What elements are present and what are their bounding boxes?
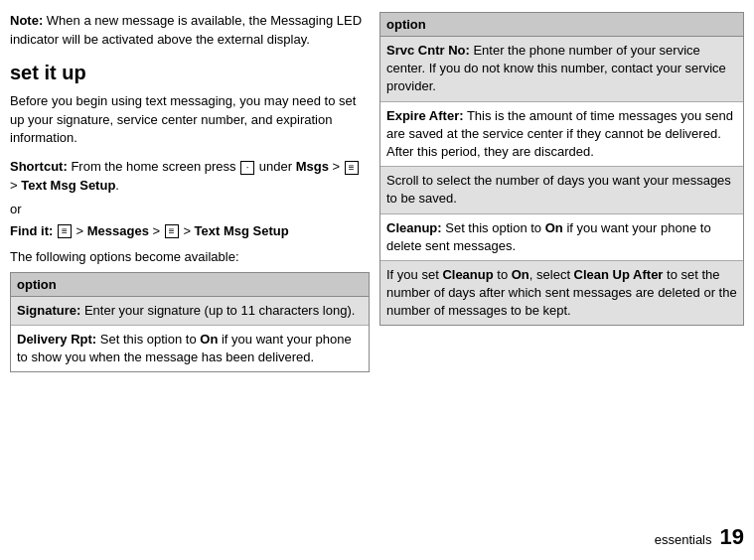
shortcut-text: From the home screen press <box>68 159 239 174</box>
msgs-label: Msgs <box>296 159 329 174</box>
note-bold-label: Note: <box>10 13 43 28</box>
table-row: Expire After: This is the amount of time… <box>380 102 743 168</box>
expire-after-label: Expire After: <box>386 108 464 123</box>
footer-label: essentials <box>655 532 712 547</box>
gt1: > <box>329 159 344 174</box>
shortcut-period: . <box>115 178 119 193</box>
right-option-table: option Srvc Cntr No: Enter the phone num… <box>379 12 744 326</box>
left-option-table: option Signature: Enter your signature (… <box>10 272 370 373</box>
findit-gt3: > <box>180 223 195 238</box>
scroll-text: Scroll to select the number of days you … <box>386 173 731 206</box>
findit-icon2: ≡ <box>165 224 179 238</box>
table-row: Scroll to select the number of days you … <box>380 167 743 213</box>
if-cleanup-text1: If you set <box>386 267 442 282</box>
findit-bold: Find it: <box>10 223 53 238</box>
findit-setup: Text Msg Setup <box>195 223 289 238</box>
before-text: Before you begin using text messaging, y… <box>10 92 370 149</box>
right-table-header: option <box>380 13 743 37</box>
table-row: Signature: Enter your signature (up to 1… <box>11 297 369 326</box>
menu-icon-box: ≡ <box>345 161 359 175</box>
if-cleanup-bold3: Clean Up After <box>574 267 664 282</box>
table-row: If you set Cleanup to On, select Clean U… <box>380 261 743 326</box>
left-table-header: option <box>11 273 369 297</box>
delivery-rpt-text: Set this option to <box>96 332 200 347</box>
note-section: Note: When a new message is available, t… <box>10 12 370 50</box>
findit-messages: Messages <box>87 223 149 238</box>
home-icon-box: · <box>240 161 254 175</box>
delivery-rpt-label: Delivery Rpt: <box>17 332 96 347</box>
findit-gt1: > <box>73 223 87 238</box>
if-cleanup-text3: , select <box>529 267 574 282</box>
table-row: Srvc Cntr No: Enter the phone number of … <box>380 37 743 102</box>
signature-text: Enter your signature (up to 11 character… <box>80 303 355 318</box>
if-cleanup-text2: to <box>494 267 512 282</box>
srvc-cntr-label: Srvc Cntr No: <box>386 43 470 58</box>
signature-label: Signature: <box>17 303 80 318</box>
cleanup-text: Set this option to <box>442 220 545 235</box>
table-row: Cleanup: Set this option to On if you wa… <box>380 214 743 261</box>
if-cleanup-bold1: Cleanup <box>442 267 493 282</box>
footer: essentials 19 <box>655 524 744 550</box>
right-column: option Srvc Cntr No: Enter the phone num… <box>379 12 744 548</box>
shortcut-under: under <box>255 159 295 174</box>
note-text: When a new message is available, the Mes… <box>10 13 362 47</box>
find-it-line: Find it: ≡ > Messages > ≡ > Text Msg Set… <box>10 222 370 241</box>
findit-gt2: > <box>149 223 164 238</box>
cleanup-on: On <box>545 220 563 235</box>
shortcut-bold: Shortcut: <box>10 159 68 174</box>
set-it-up-heading: set it up <box>10 62 370 84</box>
findit-icon1: ≡ <box>58 224 72 238</box>
cleanup-label: Cleanup: <box>386 220 442 235</box>
gt2: > <box>10 178 21 193</box>
page-number: 19 <box>720 524 744 550</box>
following-line: The following options become available: <box>10 249 370 264</box>
or-line: or <box>10 202 370 216</box>
shortcut-line: Shortcut: From the home screen press · u… <box>10 158 370 196</box>
findit-space <box>53 223 57 238</box>
left-column: Note: When a new message is available, t… <box>10 12 370 548</box>
table-row: Delivery Rpt: Set this option to On if y… <box>11 326 369 371</box>
delivery-rpt-on: On <box>200 332 218 347</box>
text-msg-setup-label: Text Msg Setup <box>21 178 115 193</box>
if-cleanup-bold2: On <box>512 267 529 282</box>
